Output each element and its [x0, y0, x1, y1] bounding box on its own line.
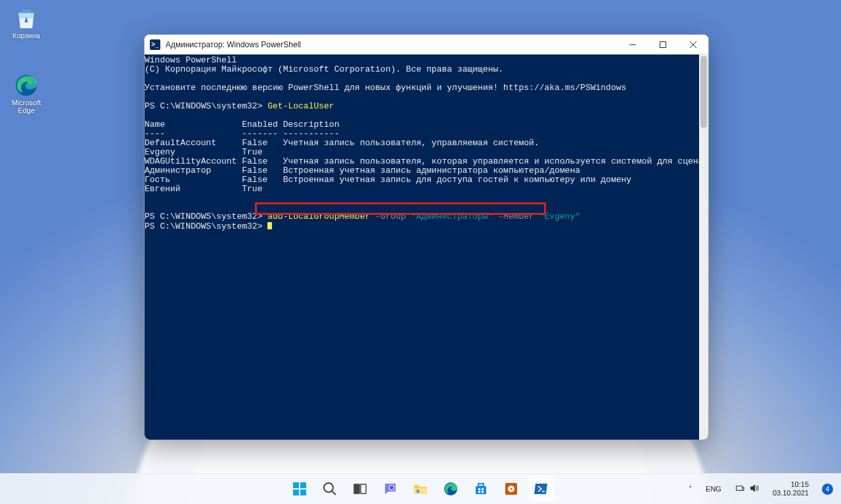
clock-date: 03.10.2021 [773, 489, 809, 497]
search-button[interactable] [317, 476, 343, 502]
taskbar: ˄ ENG 10:15 03.10.2021 4 [0, 473, 841, 504]
terminal-body[interactable]: Windows PowerShell (С) Корпорация Майкро… [145, 55, 708, 440]
microsoft-edge-icon [13, 72, 39, 99]
svg-rect-7 [354, 484, 359, 493]
chat-button[interactable] [377, 476, 403, 502]
svg-rect-3 [300, 482, 306, 488]
minimize-button[interactable] [618, 35, 648, 55]
table-divider: ---- ------- ----------- [145, 129, 699, 139]
svg-rect-8 [361, 484, 366, 493]
terminal-line: Установите последнюю версию PowerShell д… [145, 83, 699, 93]
notification-count: 4 [822, 484, 833, 495]
file-explorer-button[interactable] [407, 476, 434, 502]
svg-rect-12 [417, 490, 419, 493]
powershell-app-icon: >_ [150, 39, 160, 50]
store-button[interactable] [468, 476, 494, 502]
desktop-icon-label: Корзина [12, 32, 40, 39]
chevron-up-icon: ˄ [689, 485, 693, 493]
svg-rect-14 [478, 488, 480, 490]
network-icon [735, 483, 745, 495]
language-label: ENG [706, 485, 721, 493]
window-title: Администратор: Windows PowerShell [166, 40, 301, 49]
svg-point-10 [390, 486, 394, 490]
edge-button[interactable] [438, 476, 464, 502]
svg-rect-15 [482, 488, 484, 490]
tray-notifications[interactable]: 4 [818, 476, 837, 502]
table-header: Name Enabled Description [145, 120, 699, 129]
groove-button[interactable] [498, 476, 524, 502]
titlebar[interactable]: >_ Администратор: Windows PowerShell [145, 35, 708, 55]
svg-rect-2 [293, 482, 299, 488]
clock-time: 10:15 [773, 480, 809, 489]
terminal-prompt: PS C:\WINDOWS\system32> [145, 221, 699, 231]
taskbar-tray: ˄ ENG 10:15 03.10.2021 4 [685, 476, 837, 502]
svg-rect-4 [293, 490, 299, 495]
desktop-icon-recycle-bin[interactable]: Корзина [5, 5, 47, 39]
table-row: Гость False Встроенная учетная запись дл… [145, 175, 699, 185]
table-row: Администратор False Встроенная учетная з… [145, 166, 699, 175]
table-row: DefaultAccount False Учетная запись поль… [145, 139, 699, 148]
powershell-window: >_ Администратор: Windows PowerShell Win… [144, 34, 709, 440]
svg-rect-21 [737, 486, 742, 491]
tray-network[interactable] [731, 476, 763, 502]
close-button[interactable] [678, 35, 708, 55]
terminal-scrollbar[interactable] [699, 55, 708, 440]
tray-language[interactable]: ENG [702, 476, 725, 502]
desktop-icon-edge[interactable]: Microsoft Edge [5, 72, 47, 114]
table-row: Evgeny True [145, 148, 699, 157]
taskbar-center [286, 476, 555, 502]
terminal-line: Windows PowerShell [145, 56, 699, 65]
terminal-prompt: PS C:\WINDOWS\system32> add-LocalGroupMe… [145, 212, 699, 221]
svg-rect-5 [300, 490, 306, 495]
table-row: WDAGUtilityAccount False Учетная запись … [145, 157, 699, 166]
start-button[interactable] [286, 476, 313, 502]
cursor [267, 222, 272, 229]
volume-icon [749, 483, 760, 495]
tray-overflow[interactable]: ˄ [685, 476, 696, 502]
svg-rect-16 [478, 491, 480, 493]
svg-point-6 [324, 483, 333, 492]
terminal-line: (С) Корпорация Майкрософт (Microsoft Cor… [145, 65, 699, 74]
task-view-button[interactable] [347, 476, 373, 502]
svg-rect-11 [414, 488, 427, 494]
maximize-button[interactable] [648, 35, 678, 55]
table-row: Евгений True [145, 185, 699, 194]
svg-rect-17 [482, 491, 484, 493]
svg-point-20 [511, 488, 512, 490]
terminal-prompt: PS C:\WINDOWS\system32> Get-LocalUser [145, 102, 699, 111]
tray-clock[interactable]: 10:15 03.10.2021 [769, 476, 813, 502]
powershell-button[interactable] [528, 476, 555, 502]
desktop-icon-label: Microsoft Edge [5, 99, 47, 114]
scrollbar-thumb[interactable] [700, 56, 707, 128]
recycle-bin-icon [13, 5, 39, 32]
svg-rect-1 [660, 41, 666, 47]
